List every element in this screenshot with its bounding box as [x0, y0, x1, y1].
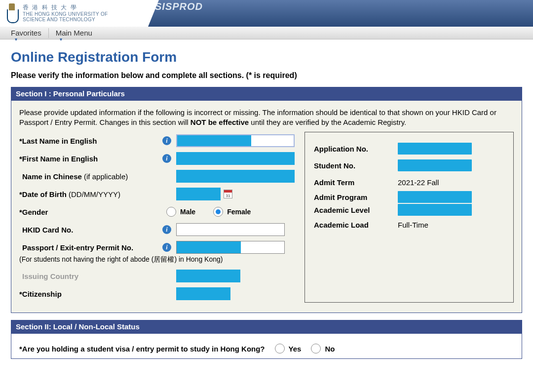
label-gender: *Gender: [19, 208, 162, 216]
row-dob: *Date of Birth (DD/MM/YYYY): [19, 185, 295, 203]
menu-favorites[interactable]: Favorites: [4, 29, 48, 37]
radio-icon: [166, 207, 176, 217]
label-last-name: *Last Name in English: [19, 137, 162, 145]
value-admit-term: 2021-22 Fall: [398, 178, 439, 187]
last-name-input[interactable]: [176, 134, 295, 147]
label-admit-program: Admit Program: [314, 193, 398, 201]
first-name-input[interactable]: [176, 152, 295, 165]
row-gender: *Gender Male Female: [19, 203, 295, 221]
row-admit-term: Admit Term 2021-22 Fall: [314, 174, 504, 191]
value-app-no: [398, 143, 472, 155]
row-last-name: *Last Name in English i: [19, 132, 295, 150]
label-citizenship: *Citizenship: [19, 290, 162, 298]
passport-note: (For students not having the right of ab…: [19, 255, 295, 264]
section2-question: *Are you holding a student visa / entry …: [19, 345, 265, 353]
label-dob: *Date of Birth (DD/MM/YYYY): [19, 190, 162, 198]
issuing-country-input[interactable]: [176, 270, 240, 282]
calendar-icon[interactable]: [224, 190, 232, 198]
row-passport: Passport / Exit-entry Permit No. i: [19, 238, 295, 256]
app-header: 香 港 科 技 大 學 THE HONG KONG UNIVERSITY OF …: [0, 0, 533, 27]
gender-male-radio[interactable]: Male: [166, 207, 195, 217]
label-admit-term: Admit Term: [314, 178, 398, 187]
row-academic-load: Academic Load Full-Time: [314, 216, 504, 233]
row-hkid: HKID Card No. i: [19, 221, 295, 238]
label-hkid: HKID Card No.: [19, 226, 162, 234]
menu-main[interactable]: Main Menu: [49, 29, 99, 37]
page-title: Online Registration Form: [11, 49, 522, 65]
citizenship-input[interactable]: [176, 287, 230, 300]
value-academic-level: [398, 204, 472, 216]
value-admit-program: [398, 191, 472, 203]
radio-icon: [275, 344, 285, 353]
gender-female-radio[interactable]: Female: [213, 207, 251, 217]
label-passport: Passport / Exit-entry Permit No.: [19, 243, 162, 252]
radio-icon: [311, 344, 321, 353]
section1-desc-c: until they are verified by the Academic …: [249, 118, 406, 126]
dob-input[interactable]: [176, 188, 221, 200]
label-name-chinese: Name in Chinese (if applicable): [19, 172, 162, 181]
visa-yes-radio[interactable]: Yes: [275, 344, 302, 353]
section1-header: Section I : Personal Particulars: [11, 87, 522, 100]
section1-left-column: *Last Name in English i *First Name in E…: [19, 132, 295, 303]
info-icon[interactable]: i: [162, 136, 171, 145]
university-logo-area: 香 港 科 技 大 學 THE HONG KONG UNIVERSITY OF …: [0, 1, 148, 25]
section1-body: Please provide updated information if th…: [11, 100, 522, 313]
row-academic-level: Academic Level: [314, 203, 504, 216]
label-issuing-country: Issuing Country: [19, 272, 162, 280]
menu-bar: Favorites Main Menu: [0, 27, 533, 39]
section2: Section II: Local / Non-Local Status *Ar…: [11, 320, 522, 359]
value-student-no: [398, 159, 472, 171]
visa-no-label: No: [325, 345, 335, 353]
row-admit-program: Admit Program: [314, 191, 504, 203]
hkid-input[interactable]: [176, 223, 285, 236]
label-academic-load: Academic Load: [314, 221, 398, 229]
row-app-no: Application No.: [314, 140, 504, 157]
label-app-no: Application No.: [314, 145, 398, 153]
gender-female-label: Female: [227, 208, 251, 216]
section2-body: *Are you holding a student visa / entry …: [11, 333, 522, 359]
visa-no-radio[interactable]: No: [311, 344, 335, 353]
row-first-name: *First Name in English i: [19, 150, 295, 167]
info-icon[interactable]: i: [162, 225, 171, 234]
university-name-zh: 香 港 科 技 大 學: [23, 4, 108, 11]
visa-yes-label: Yes: [289, 345, 302, 353]
section1-columns: *Last Name in English i *First Name in E…: [19, 132, 514, 303]
name-chinese-input[interactable]: [176, 170, 295, 183]
application-info-box: Application No. Student No. Admit Term 2…: [305, 132, 514, 303]
row-student-no: Student No.: [314, 157, 504, 174]
row-issuing-country: Issuing Country: [19, 267, 295, 285]
section2-header: Section II: Local / Non-Local Status: [11, 320, 522, 333]
page-instruction: Please verify the information below and …: [11, 71, 522, 80]
passport-input[interactable]: [176, 241, 285, 254]
university-name: 香 港 科 技 大 學 THE HONG KONG UNIVERSITY OF …: [23, 4, 108, 22]
section1-description: Please provide updated information if th…: [19, 108, 514, 127]
row-citizenship: *Citizenship: [19, 285, 295, 303]
gender-male-label: Male: [180, 208, 195, 216]
info-icon[interactable]: i: [162, 243, 171, 252]
label-student-no: Student No.: [314, 161, 398, 170]
university-name-en-1: THE HONG KONG UNIVERSITY OF: [23, 11, 108, 17]
row-name-chinese: Name in Chinese (if applicable): [19, 167, 295, 185]
content-area: Online Registration Form Please verify t…: [0, 39, 533, 369]
hkust-logo-icon: [5, 3, 19, 23]
section2-question-row: *Are you holding a student visa / entry …: [19, 344, 514, 353]
university-name-en-2: SCIENCE AND TECHNOLOGY: [23, 17, 108, 22]
radio-icon: [213, 207, 223, 217]
system-title: SISPROD: [155, 1, 203, 12]
label-first-name: *First Name in English: [19, 155, 162, 163]
section1-desc-b: NOT be effective: [190, 118, 249, 126]
label-academic-level: Academic Level: [314, 206, 398, 214]
value-academic-load: Full-Time: [398, 221, 428, 229]
system-title-bar: SISPROD: [148, 0, 533, 27]
info-icon[interactable]: i: [162, 154, 171, 163]
